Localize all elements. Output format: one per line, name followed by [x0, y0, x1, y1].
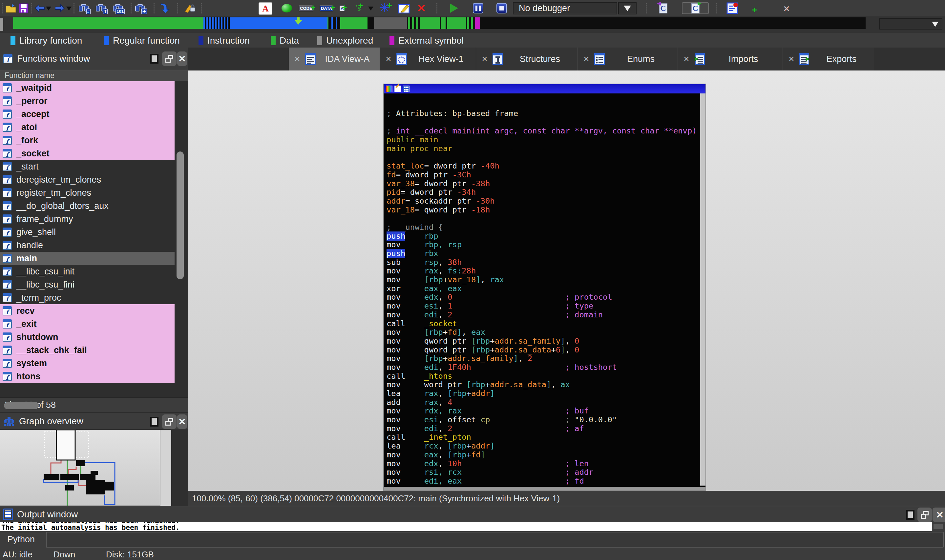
function-row-_waitpid[interactable]: f_waitpid [0, 81, 174, 94]
function-row-_atoi[interactable]: f_atoi [0, 121, 174, 134]
save-icon[interactable] [19, 2, 29, 14]
function-row-give_shell[interactable]: fgive_shell [0, 226, 174, 239]
function-row-_start[interactable]: f_start [0, 160, 174, 173]
disasm-line[interactable]: lea rax, [rbp+addr] [387, 389, 699, 398]
disasm-line[interactable]: mov [rbp+addr.sa_family], 2 [387, 354, 699, 363]
close-button[interactable]: ✕ [177, 51, 187, 66]
disasm-line[interactable] [387, 153, 699, 162]
navigation-band[interactable] [13, 17, 866, 29]
disassembly-vertical-scrollbar[interactable] [700, 94, 706, 486]
tab-structures[interactable]: × Structures [476, 48, 578, 71]
close-button[interactable]: ✕ [933, 508, 945, 522]
disasm-line[interactable]: var_38= dword ptr -38h [387, 179, 699, 188]
close-tab-icon[interactable]: × [293, 54, 302, 64]
disasm-line[interactable]: call _inet_pton [387, 433, 699, 442]
disasm-line[interactable]: var_18= qword ptr -18h [387, 206, 699, 214]
close-button[interactable]: ✕ [177, 414, 187, 429]
function-row-__libc_csu_fini[interactable]: f__libc_csu_fini [0, 278, 174, 291]
disasm-line[interactable] [387, 214, 699, 223]
navband-position-marker[interactable] [294, 17, 302, 25]
function-row-deregister_tm_clones[interactable]: fderegister_tm_clones [0, 173, 174, 186]
disasm-line[interactable]: push rbp [387, 232, 699, 241]
run-script-icon[interactable]: C [682, 2, 709, 14]
function-row-__libc_csu_init[interactable]: f__libc_csu_init [0, 265, 174, 278]
search-text-icon[interactable]: T [96, 2, 106, 14]
open-file-icon[interactable] [5, 2, 16, 14]
compile-script-icon[interactable]: C [659, 2, 668, 14]
disasm-line[interactable]: ; Attributes: bp-based frame [387, 109, 699, 118]
disasm-line[interactable]: call _socket [387, 319, 699, 328]
search-binary-icon[interactable]: 101 [113, 2, 123, 14]
disasm-line[interactable]: mov rdx, rax ; buf [387, 406, 699, 415]
disasm-line[interactable]: add rax, 4 [387, 398, 699, 407]
make-string-dropdown-icon[interactable] [368, 6, 373, 11]
run-debugger-icon[interactable] [450, 2, 458, 14]
function-row-__do_global_dtors_aux[interactable]: f__do_global_dtors_aux [0, 199, 174, 212]
tab-imports[interactable]: × Imports [678, 48, 783, 71]
disasm-line[interactable]: mov rsi, rcx ; addr [387, 468, 699, 477]
close-tab-icon[interactable]: × [384, 54, 393, 64]
output-log[interactable]: The initial autoanalysis has been finish… [0, 522, 932, 531]
breakpoint-list-icon[interactable] [726, 2, 739, 14]
function-row-htons[interactable]: fhtons [0, 370, 174, 383]
graph-overview-canvas[interactable] [0, 430, 171, 506]
disasm-line[interactable]: mov esi, offset cp ; "0.0.0.0" [387, 415, 699, 424]
function-row-recv[interactable]: frecv [0, 304, 174, 317]
close-tab-icon[interactable]: × [787, 54, 796, 64]
close-tab-icon[interactable]: × [682, 54, 691, 64]
function-row-_perror[interactable]: f_perror [0, 94, 174, 108]
close-tab-icon[interactable]: × [582, 54, 591, 64]
maximize-button[interactable] [147, 414, 162, 429]
functions-window-titlebar[interactable]: f Functions window ✕ [0, 48, 188, 70]
disasm-line[interactable]: mov eax, [rbp+fd] [387, 451, 699, 459]
disasm-line[interactable] [387, 118, 699, 127]
function-row-_fork[interactable]: f_fork [0, 134, 174, 147]
disasm-line[interactable]: pid= dword ptr -34h [387, 188, 699, 197]
navband-grip[interactable] [0, 18, 3, 31]
maximize-button[interactable] [147, 51, 162, 66]
disasm-line[interactable]: mov rax, fs:28h [387, 266, 699, 275]
search-next-icon[interactable]: ➜ [135, 2, 145, 14]
disasm-line[interactable]: xor eax, eax [387, 284, 699, 293]
disasm-line[interactable]: call _htons [387, 372, 699, 381]
float-button[interactable] [162, 414, 177, 429]
disasm-line[interactable]: ; int __cdecl main(int argc, const char … [387, 126, 699, 135]
disasm-line[interactable]: mov qword ptr [rbp+addr.sa_family], 0 [387, 337, 699, 346]
make-array-icon[interactable]: ✳+ [379, 2, 390, 14]
tab-enums[interactable]: × Enums [578, 48, 678, 71]
navigate-back-icon[interactable] [34, 2, 45, 14]
function-row-_socket[interactable]: f_socket [0, 147, 174, 160]
disasm-line[interactable]: mov rbp, rsp [387, 240, 699, 249]
function-row-shutdown[interactable]: fshutdown [0, 331, 174, 344]
pause-debugger-icon[interactable] [473, 2, 483, 14]
graph-overview-titlebar[interactable]: Graph overview ✕ [0, 412, 188, 430]
functions-vertical-scrollbar[interactable] [177, 151, 184, 279]
output-scrollbar[interactable] [934, 524, 943, 529]
function-row-_exit[interactable]: f_exit [0, 317, 174, 331]
back-history-dropdown-icon[interactable] [46, 6, 51, 11]
function-row-__stack_chk_fail[interactable]: f__stack_chk_fail [0, 344, 174, 357]
float-button[interactable] [162, 51, 177, 66]
function-row-register_tm_clones[interactable]: fregister_tm_clones [0, 186, 174, 199]
function-row-system[interactable]: fsystem [0, 357, 174, 370]
make-data-icon[interactable]: DATA+ [320, 2, 333, 14]
disasm-line[interactable]: main proc near [387, 144, 699, 153]
function-name-column-header[interactable]: Function name [0, 70, 188, 81]
jump-icon[interactable] [159, 2, 169, 14]
tab-ida-view-a[interactable]: × IDA View-A [289, 48, 380, 71]
disasm-line[interactable]: mov edi, eax ; fd [387, 477, 699, 486]
make-string-icon[interactable]: 's+ [355, 2, 361, 14]
function-row-main[interactable]: fmain [0, 252, 174, 265]
disasm-line[interactable]: ; __unwind { [387, 223, 699, 232]
disassembly-titlebar[interactable] [384, 84, 706, 94]
disasm-line[interactable]: mov edi, 2 ; af [387, 424, 699, 433]
float-button[interactable] [917, 508, 932, 522]
function-row-_accept[interactable]: f_accept [0, 108, 174, 121]
edit-icon[interactable] [398, 2, 410, 14]
forward-history-dropdown-icon[interactable] [66, 6, 71, 11]
functions-list[interactable]: f_waitpidf_perrorf_acceptf_atoif_forkf_s… [0, 81, 188, 397]
disasm-line[interactable]: mov qword ptr [rbp+addr.sa_data+6], 0 [387, 346, 699, 354]
output-window-titlebar[interactable]: Output window ✕ [0, 506, 945, 522]
debugger-selector[interactable]: No debugger [513, 2, 617, 14]
function-row-handle[interactable]: fhandle [0, 239, 174, 252]
